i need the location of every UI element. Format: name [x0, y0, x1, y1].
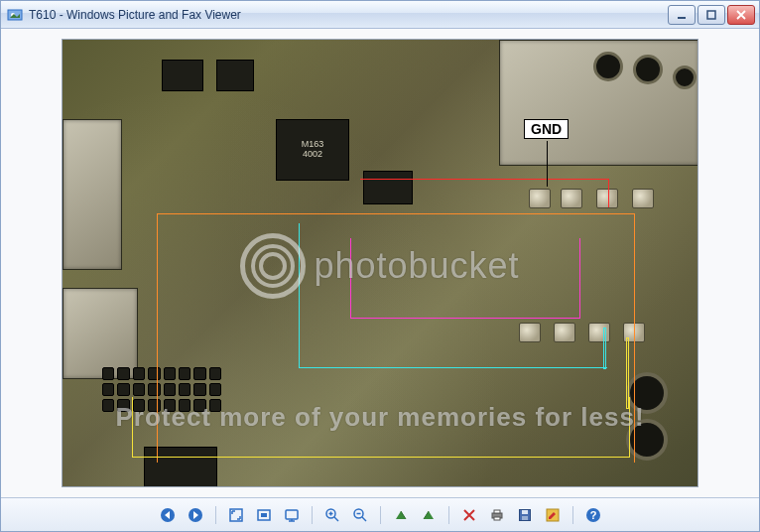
- toolbar-separator: [380, 506, 381, 524]
- print-button[interactable]: [487, 505, 507, 525]
- actual-size-button[interactable]: [254, 505, 274, 525]
- zoom-out-button[interactable]: [350, 505, 370, 525]
- ic-chip: M163 4002: [276, 119, 349, 181]
- gnd-label: GND: [524, 119, 569, 139]
- help-button[interactable]: ?: [583, 505, 603, 525]
- annotation-wire: [360, 179, 609, 207]
- previous-image-button[interactable]: [158, 505, 178, 525]
- annotation-wire: [132, 397, 630, 458]
- svg-rect-6: [230, 509, 242, 521]
- save-copy-button[interactable]: [515, 505, 535, 525]
- slideshow-button[interactable]: [282, 505, 302, 525]
- solder-pad: [632, 189, 654, 208]
- svg-text:?: ?: [589, 509, 596, 521]
- annotation-wire: [603, 328, 606, 369]
- app-window: T610 - Windows Picture and Fax Viewer: [0, 0, 760, 532]
- rotate-cw-button[interactable]: [419, 505, 439, 525]
- svg-rect-3: [707, 11, 715, 19]
- edit-button[interactable]: [543, 505, 563, 525]
- zoom-in-button[interactable]: [322, 505, 342, 525]
- delete-button[interactable]: [459, 505, 479, 525]
- window-controls: [668, 5, 755, 25]
- toolbar-separator: [448, 506, 449, 524]
- screw-hole: [593, 52, 623, 81]
- connector: [63, 119, 122, 270]
- close-button[interactable]: [727, 5, 755, 25]
- best-fit-button[interactable]: [226, 505, 246, 525]
- svg-rect-13: [494, 510, 500, 513]
- maximize-button[interactable]: [697, 5, 725, 25]
- app-icon: [7, 7, 23, 23]
- toolbar: ?: [1, 497, 759, 531]
- toolbar-separator: [215, 506, 216, 524]
- toolbar-separator: [312, 506, 313, 524]
- rotate-ccw-button[interactable]: [391, 505, 411, 525]
- connector: [63, 288, 138, 379]
- toolbar-separator: [572, 506, 573, 524]
- annotation-wire: [299, 223, 607, 368]
- next-image-button[interactable]: [186, 505, 205, 525]
- window-title: T610 - Windows Picture and Fax Viewer: [29, 8, 662, 22]
- component: [162, 60, 203, 91]
- svg-rect-14: [494, 517, 500, 520]
- screw-hole: [673, 66, 697, 89]
- titlebar: T610 - Windows Picture and Fax Viewer: [1, 1, 759, 29]
- gnd-leader-line: [547, 141, 548, 187]
- viewer-area: M163 4002: [1, 29, 759, 497]
- svg-rect-9: [286, 510, 298, 519]
- component: [216, 60, 254, 91]
- screw-hole: [633, 55, 663, 84]
- displayed-image: M163 4002: [62, 39, 698, 487]
- svg-rect-16: [522, 510, 528, 514]
- svg-rect-17: [522, 516, 528, 520]
- minimize-button[interactable]: [668, 5, 696, 25]
- annotation-wire: [626, 337, 629, 409]
- svg-rect-2: [678, 17, 686, 19]
- svg-rect-8: [261, 513, 267, 517]
